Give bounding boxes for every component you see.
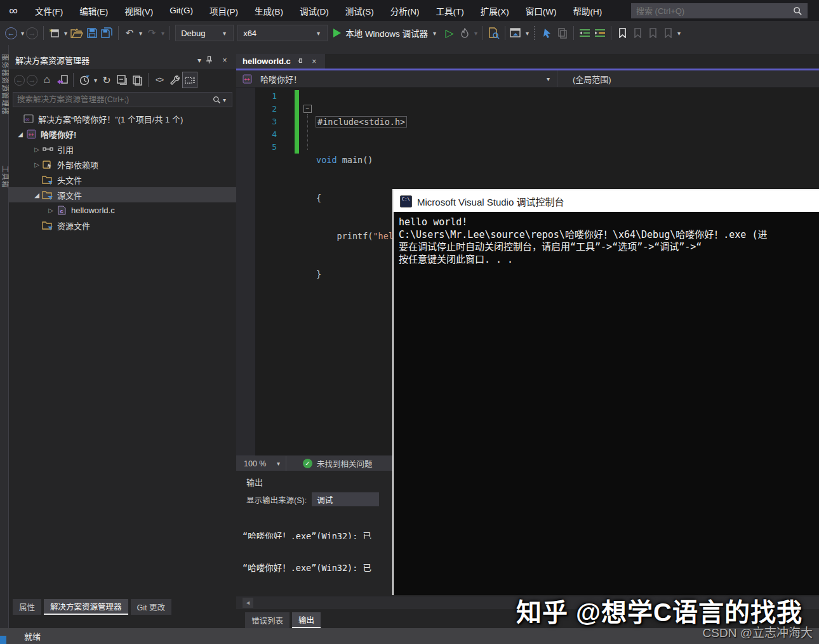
menu-file[interactable]: 文件(F): [27, 0, 71, 21]
tab-solution-explorer[interactable]: 解决方案资源管理器: [44, 599, 128, 615]
menu-build[interactable]: 生成(B): [246, 0, 291, 21]
navigate-back-button[interactable]: ←: [5, 27, 17, 39]
close-icon[interactable]: ×: [218, 56, 231, 65]
pending-changes-filter-button[interactable]: [77, 72, 92, 88]
home-button[interactable]: ⌂: [39, 72, 55, 88]
solution-explorer-titlebar[interactable]: 解决方案资源管理器 ▾ ×: [9, 51, 236, 69]
undo-button[interactable]: ↶: [122, 25, 137, 41]
tree-item-source-files[interactable]: ◢ 源文件: [9, 187, 236, 202]
tab-output[interactable]: 输出: [292, 612, 321, 628]
tree-item-references[interactable]: ▷ 引用: [9, 141, 236, 157]
console-output[interactable]: hello world! C:\Users\Mr.Lee\source\repo…: [394, 212, 819, 595]
new-project-button[interactable]: ✳: [47, 25, 62, 41]
paste-special-button[interactable]: [555, 25, 570, 41]
refresh-button[interactable]: ↻: [99, 72, 114, 88]
properties-pages-button[interactable]: [130, 72, 145, 88]
previous-bookmark-button[interactable]: [630, 25, 645, 41]
save-all-button[interactable]: [100, 25, 115, 41]
health-status-text[interactable]: 未找到相关问题: [317, 457, 373, 470]
tree-item-project[interactable]: ◢ ++ 哈喽你好!: [9, 126, 236, 141]
toolbar-overflow-button[interactable]: ▾: [676, 30, 682, 37]
save-button[interactable]: [84, 25, 100, 41]
undo-dropdown[interactable]: ▾: [137, 30, 144, 37]
chevron-collapsed-icon[interactable]: ▷: [32, 161, 42, 168]
window-position-dropdown[interactable]: ▾: [193, 56, 206, 65]
output-source-dropdown[interactable]: 调试: [312, 492, 379, 506]
console-titlebar[interactable]: C:\ Microsoft Visual Studio 调试控制台: [394, 190, 819, 212]
solution-home-button[interactable]: [509, 25, 524, 41]
navigate-back-dropdown[interactable]: ▾: [19, 30, 26, 37]
next-bookmark-button[interactable]: [645, 25, 660, 41]
sync-with-active-document-button[interactable]: [55, 72, 70, 88]
health-check-icon: ✓: [303, 459, 312, 468]
tree-item-helloworld-c[interactable]: ▷ c helloworld.c: [9, 202, 236, 218]
navigate-to-cursor-button[interactable]: [540, 25, 555, 41]
filter-dropdown[interactable]: ▾: [92, 77, 99, 84]
quick-search-box[interactable]: [631, 3, 808, 18]
window-layout-dropdown[interactable]: ▾: [524, 30, 531, 37]
properties-button[interactable]: [167, 72, 182, 88]
decrease-indent-button[interactable]: [577, 25, 592, 41]
tree-item-header-files[interactable]: 头文件: [9, 172, 236, 187]
tab-properties[interactable]: 属性: [13, 599, 41, 615]
zoom-level-dropdown[interactable]: 100 % ▾: [236, 459, 286, 468]
chevron-collapsed-icon[interactable]: ▷: [32, 146, 42, 153]
solution-search-input[interactable]: [17, 95, 213, 104]
hot-reload-dropdown[interactable]: ▾: [472, 30, 479, 37]
menu-view[interactable]: 视图(V): [116, 0, 161, 21]
find-in-files-button[interactable]: [486, 25, 502, 41]
se-back-button[interactable]: ←: [14, 75, 25, 86]
scroll-left-button[interactable]: ◄: [243, 598, 253, 608]
quick-search-input[interactable]: [636, 6, 793, 16]
menu-project[interactable]: 项目(P): [201, 0, 246, 21]
search-options-dropdown[interactable]: ▾: [221, 96, 228, 103]
menu-edit[interactable]: 编辑(E): [71, 0, 116, 21]
menu-analyze[interactable]: 分析(N): [382, 0, 428, 21]
tree-item-solution[interactable]: ∞ 解决方案“哈喽你好！”(1 个项目/共 1 个): [9, 111, 236, 126]
scope-dropdown[interactable]: (全局范围): [557, 73, 611, 85]
se-forward-button[interactable]: →: [27, 75, 37, 86]
tab-helloworld-c[interactable]: helloworld.c ×: [236, 54, 325, 69]
redo-button[interactable]: ↷: [144, 25, 159, 41]
line-number-gutter: 1 2 3 4 5: [255, 90, 277, 154]
menu-debug[interactable]: 调试(D): [291, 0, 337, 21]
debug-target-dropdown[interactable]: ▾: [431, 30, 438, 37]
chevron-collapsed-icon[interactable]: ▷: [46, 207, 56, 214]
increase-indent-button[interactable]: [592, 25, 608, 41]
tree-item-external-dependencies[interactable]: ▷ 外部依赖项: [9, 157, 236, 172]
menu-test[interactable]: 测试(S): [337, 0, 382, 21]
start-debugging-button[interactable]: 本地 Windows 调试器 ▾: [333, 27, 438, 39]
clear-bookmarks-button[interactable]: [660, 25, 676, 41]
navigate-forward-button[interactable]: →: [26, 27, 38, 39]
menu-extensions[interactable]: 扩展(X): [472, 0, 517, 21]
tree-item-resource-files[interactable]: 资源文件: [9, 218, 236, 233]
solution-platform-dropdown[interactable]: x64 ▾: [237, 25, 328, 41]
redo-dropdown[interactable]: ▾: [159, 30, 166, 37]
hot-reload-button[interactable]: [457, 25, 472, 41]
toggle-bookmark-button[interactable]: [615, 25, 630, 41]
new-item-dropdown[interactable]: ▾: [62, 30, 69, 37]
solution-search-box[interactable]: ▾: [13, 92, 232, 107]
pin-icon[interactable]: [206, 56, 218, 64]
start-without-debugging-button[interactable]: ▷: [442, 25, 457, 41]
solution-configuration-dropdown[interactable]: Debug ▾: [175, 25, 234, 41]
show-all-files-button[interactable]: [182, 72, 197, 88]
breakpoint-margin[interactable]: [236, 88, 255, 456]
menu-git[interactable]: Git(G): [161, 0, 201, 21]
feedback-indicator[interactable]: [0, 636, 6, 644]
tab-git-changes[interactable]: Git 更改: [131, 599, 171, 615]
pin-icon[interactable]: [297, 58, 309, 65]
tab-error-list[interactable]: 错误列表: [245, 612, 290, 628]
chevron-expanded-icon[interactable]: ◢: [32, 192, 42, 199]
view-code-button[interactable]: <>: [152, 72, 167, 88]
debug-console-window[interactable]: C:\ Microsoft Visual Studio 调试控制台 hello …: [392, 189, 819, 595]
menu-tools[interactable]: 工具(T): [428, 0, 472, 21]
chevron-expanded-icon[interactable]: ◢: [15, 131, 25, 138]
menu-window[interactable]: 窗口(W): [517, 0, 565, 21]
collapse-all-button[interactable]: [114, 72, 130, 88]
open-file-button[interactable]: [69, 25, 84, 41]
code-fold-toggle[interactable]: −: [303, 105, 312, 113]
close-icon[interactable]: ×: [309, 57, 320, 66]
project-scope-dropdown[interactable]: ++ 哈喽你好！ ▾: [236, 70, 557, 87]
menu-help[interactable]: 帮助(H): [564, 0, 610, 21]
